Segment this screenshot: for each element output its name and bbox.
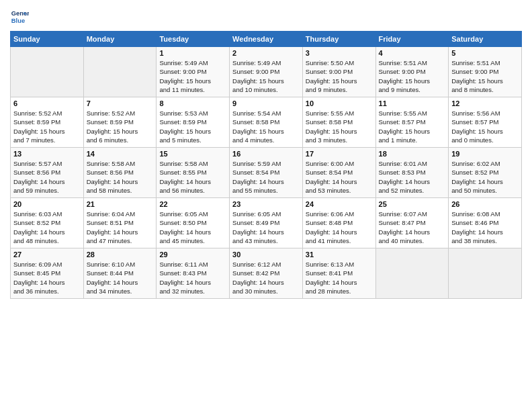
- calendar-week-row: 20Sunrise: 6:03 AM Sunset: 8:52 PM Dayli…: [11, 198, 522, 248]
- day-info: Sunrise: 6:03 AM Sunset: 8:52 PM Dayligh…: [13, 210, 81, 245]
- calendar-cell: 9Sunrise: 5:54 AM Sunset: 8:58 PM Daylig…: [230, 97, 303, 148]
- calendar-cell: 16Sunrise: 5:59 AM Sunset: 8:54 PM Dayli…: [230, 148, 303, 198]
- calendar-cell: 17Sunrise: 6:00 AM Sunset: 8:54 PM Dayli…: [302, 148, 375, 198]
- calendar-week-row: 13Sunrise: 5:57 AM Sunset: 8:56 PM Dayli…: [11, 148, 522, 198]
- calendar-cell: 8Sunrise: 5:53 AM Sunset: 8:59 PM Daylig…: [157, 97, 230, 148]
- day-info: Sunrise: 6:02 AM Sunset: 8:52 PM Dayligh…: [451, 159, 519, 195]
- calendar-cell: [83, 47, 157, 97]
- weekday-header: Saturday: [449, 32, 522, 47]
- logo-icon: General Blue: [10, 7, 29, 26]
- header: General Blue: [10, 7, 522, 26]
- day-number: 29: [159, 250, 226, 259]
- day-info: Sunrise: 5:52 AM Sunset: 8:59 PM Dayligh…: [13, 109, 81, 144]
- day-info: Sunrise: 5:57 AM Sunset: 8:56 PM Dayligh…: [13, 159, 81, 195]
- day-info: Sunrise: 5:52 AM Sunset: 8:59 PM Dayligh…: [87, 109, 154, 144]
- day-number: 2: [232, 49, 300, 57]
- day-info: Sunrise: 6:04 AM Sunset: 8:51 PM Dayligh…: [87, 210, 154, 245]
- calendar-cell: 3Sunrise: 5:50 AM Sunset: 9:00 PM Daylig…: [302, 47, 375, 97]
- page: General Blue SundayMondayTuesdayWednesda…: [0, 0, 532, 411]
- day-info: Sunrise: 6:05 AM Sunset: 8:49 PM Dayligh…: [232, 210, 300, 245]
- calendar-cell: 10Sunrise: 5:55 AM Sunset: 8:58 PM Dayli…: [302, 97, 375, 148]
- day-info: Sunrise: 5:53 AM Sunset: 8:59 PM Dayligh…: [159, 109, 226, 144]
- day-number: 6: [13, 99, 81, 107]
- calendar-cell: 29Sunrise: 6:11 AM Sunset: 8:43 PM Dayli…: [157, 248, 230, 299]
- weekday-header: Sunday: [11, 32, 84, 47]
- day-info: Sunrise: 5:55 AM Sunset: 8:58 PM Dayligh…: [306, 109, 373, 144]
- calendar-cell: 24Sunrise: 6:06 AM Sunset: 8:48 PM Dayli…: [302, 198, 375, 248]
- weekday-header: Tuesday: [157, 32, 230, 47]
- calendar-cell: 23Sunrise: 6:05 AM Sunset: 8:49 PM Dayli…: [230, 198, 303, 248]
- day-number: 1: [159, 49, 226, 57]
- calendar-week-row: 27Sunrise: 6:09 AM Sunset: 8:45 PM Dayli…: [11, 248, 522, 299]
- day-number: 18: [379, 150, 446, 158]
- day-number: 15: [159, 150, 226, 158]
- day-number: 20: [13, 200, 81, 208]
- calendar-cell: 15Sunrise: 5:58 AM Sunset: 8:55 PM Dayli…: [157, 148, 230, 198]
- day-info: Sunrise: 6:10 AM Sunset: 8:44 PM Dayligh…: [87, 260, 154, 295]
- calendar-cell: 4Sunrise: 5:51 AM Sunset: 9:00 PM Daylig…: [375, 47, 449, 97]
- day-number: 26: [451, 200, 519, 208]
- day-info: Sunrise: 6:00 AM Sunset: 8:54 PM Dayligh…: [306, 159, 373, 195]
- calendar-cell: 7Sunrise: 5:52 AM Sunset: 8:59 PM Daylig…: [83, 97, 157, 148]
- weekday-header: Thursday: [302, 32, 375, 47]
- day-info: Sunrise: 6:07 AM Sunset: 8:47 PM Dayligh…: [379, 210, 446, 245]
- day-info: Sunrise: 6:05 AM Sunset: 8:50 PM Dayligh…: [159, 210, 226, 245]
- day-info: Sunrise: 6:11 AM Sunset: 8:43 PM Dayligh…: [159, 260, 226, 295]
- day-number: 24: [306, 200, 373, 208]
- day-number: 13: [13, 150, 81, 158]
- day-number: 5: [451, 49, 519, 57]
- day-info: Sunrise: 5:59 AM Sunset: 8:54 PM Dayligh…: [232, 159, 300, 195]
- day-info: Sunrise: 6:12 AM Sunset: 8:42 PM Dayligh…: [232, 260, 300, 295]
- calendar-cell: 21Sunrise: 6:04 AM Sunset: 8:51 PM Dayli…: [83, 198, 157, 248]
- day-info: Sunrise: 6:06 AM Sunset: 8:48 PM Dayligh…: [306, 210, 373, 245]
- calendar-cell: 14Sunrise: 5:58 AM Sunset: 8:56 PM Dayli…: [83, 148, 157, 198]
- calendar-cell: 18Sunrise: 6:01 AM Sunset: 8:53 PM Dayli…: [375, 148, 449, 198]
- day-number: 16: [232, 150, 300, 158]
- day-info: Sunrise: 6:09 AM Sunset: 8:45 PM Dayligh…: [13, 260, 81, 295]
- calendar-cell: 5Sunrise: 5:51 AM Sunset: 9:00 PM Daylig…: [449, 47, 522, 97]
- calendar-cell: 27Sunrise: 6:09 AM Sunset: 8:45 PM Dayli…: [11, 248, 84, 299]
- calendar-cell: 11Sunrise: 5:55 AM Sunset: 8:57 PM Dayli…: [375, 97, 449, 148]
- day-number: 25: [379, 200, 446, 208]
- calendar-cell: 19Sunrise: 6:02 AM Sunset: 8:52 PM Dayli…: [449, 148, 522, 198]
- day-number: 27: [13, 250, 81, 259]
- day-info: Sunrise: 5:49 AM Sunset: 9:00 PM Dayligh…: [159, 58, 226, 94]
- day-number: 4: [379, 49, 446, 57]
- day-number: 17: [306, 150, 373, 158]
- day-number: 10: [306, 99, 373, 107]
- day-number: 31: [306, 250, 373, 259]
- day-info: Sunrise: 5:58 AM Sunset: 8:56 PM Dayligh…: [87, 159, 154, 195]
- day-number: 3: [306, 49, 373, 57]
- day-info: Sunrise: 5:58 AM Sunset: 8:55 PM Dayligh…: [159, 159, 226, 195]
- calendar-cell: 26Sunrise: 6:08 AM Sunset: 8:46 PM Dayli…: [449, 198, 522, 248]
- day-number: 19: [451, 150, 519, 158]
- calendar-cell: 31Sunrise: 6:13 AM Sunset: 8:41 PM Dayli…: [302, 248, 375, 299]
- calendar-cell: 12Sunrise: 5:56 AM Sunset: 8:57 PM Dayli…: [449, 97, 522, 148]
- calendar-cell: 30Sunrise: 6:12 AM Sunset: 8:42 PM Dayli…: [230, 248, 303, 299]
- day-info: Sunrise: 5:51 AM Sunset: 9:00 PM Dayligh…: [451, 58, 519, 94]
- day-number: 12: [451, 99, 519, 107]
- weekday-header-row: SundayMondayTuesdayWednesdayThursdayFrid…: [11, 32, 522, 47]
- calendar: SundayMondayTuesdayWednesdayThursdayFrid…: [10, 31, 522, 299]
- weekday-header: Wednesday: [230, 32, 303, 47]
- calendar-cell: [449, 248, 522, 299]
- calendar-week-row: 1Sunrise: 5:49 AM Sunset: 9:00 PM Daylig…: [11, 47, 522, 97]
- day-info: Sunrise: 6:08 AM Sunset: 8:46 PM Dayligh…: [451, 210, 519, 245]
- day-info: Sunrise: 5:55 AM Sunset: 8:57 PM Dayligh…: [379, 109, 446, 144]
- day-number: 30: [232, 250, 300, 259]
- day-info: Sunrise: 6:01 AM Sunset: 8:53 PM Dayligh…: [379, 159, 446, 195]
- day-info: Sunrise: 5:56 AM Sunset: 8:57 PM Dayligh…: [451, 109, 519, 144]
- calendar-cell: 1Sunrise: 5:49 AM Sunset: 9:00 PM Daylig…: [157, 47, 230, 97]
- day-number: 22: [159, 200, 226, 208]
- calendar-cell: 20Sunrise: 6:03 AM Sunset: 8:52 PM Dayli…: [11, 198, 84, 248]
- day-number: 23: [232, 200, 300, 208]
- calendar-week-row: 6Sunrise: 5:52 AM Sunset: 8:59 PM Daylig…: [11, 97, 522, 148]
- day-number: 14: [87, 150, 154, 158]
- day-number: 9: [232, 99, 300, 107]
- calendar-cell: 2Sunrise: 5:49 AM Sunset: 9:00 PM Daylig…: [230, 47, 303, 97]
- calendar-cell: 28Sunrise: 6:10 AM Sunset: 8:44 PM Dayli…: [83, 248, 157, 299]
- day-info: Sunrise: 5:49 AM Sunset: 9:00 PM Dayligh…: [232, 58, 300, 94]
- weekday-header: Monday: [83, 32, 157, 47]
- day-number: 11: [379, 99, 446, 107]
- day-info: Sunrise: 5:51 AM Sunset: 9:00 PM Dayligh…: [379, 58, 446, 94]
